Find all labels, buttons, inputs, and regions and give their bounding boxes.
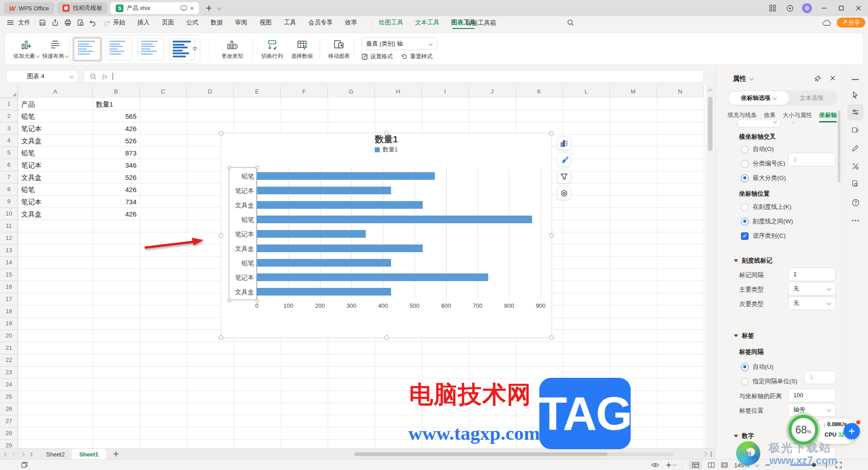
page-layout-view-button[interactable]: [708, 462, 715, 468]
column-header-I[interactable]: I: [422, 86, 469, 98]
menu-item-6[interactable]: 视图: [259, 19, 272, 27]
scrollbar-thumb[interactable]: [708, 97, 712, 151]
chart-resize-handle[interactable]: [384, 335, 389, 340]
number-section[interactable]: 数字: [734, 432, 754, 440]
cell-B10[interactable]: 426: [93, 208, 137, 220]
column-header-B[interactable]: B: [93, 86, 140, 98]
cell-B9[interactable]: 734: [93, 196, 137, 208]
minimize-button[interactable]: [816, 2, 832, 14]
chart-resize-handle[interactable]: [219, 233, 223, 238]
prev-sheet-icon[interactable]: [12, 452, 17, 456]
crossing-auto-option[interactable]: 自动(O): [741, 145, 774, 154]
chart-resize-handle[interactable]: [219, 131, 223, 136]
chart-elements-button[interactable]: [557, 136, 571, 150]
research-book-icon[interactable]: [847, 175, 863, 192]
scroll-up-icon[interactable]: [708, 89, 712, 94]
cell-A8[interactable]: 铅笔: [21, 183, 35, 196]
tick-marks-section[interactable]: 刻度线标记: [734, 257, 773, 265]
redo-icon[interactable]: [103, 19, 110, 26]
menu-item-9[interactable]: 效率: [345, 19, 357, 27]
bar-文具盒-526[interactable]: [257, 244, 423, 252]
menu-item-3[interactable]: 公式: [186, 19, 198, 27]
horizontal-scrollbar-thumb[interactable]: [354, 452, 608, 456]
page-break-view-button[interactable]: [721, 462, 728, 468]
tab-list-chevron-icon[interactable]: [217, 5, 222, 10]
new-tab-button[interactable]: [205, 5, 212, 12]
normal-view-button[interactable]: [689, 461, 702, 470]
selection-mode-icon[interactable]: [665, 462, 676, 468]
column-header-D[interactable]: D: [187, 86, 234, 98]
bar-文具盒-426[interactable]: [257, 288, 391, 296]
text-options-tab[interactable]: 文本选项: [800, 94, 823, 102]
axis-box-handle[interactable]: [255, 299, 259, 302]
share-button[interactable]: 分享: [837, 18, 865, 28]
cell-A5[interactable]: 铅笔: [21, 147, 35, 159]
tab-fill-line[interactable]: 填充与线条: [727, 111, 757, 119]
move-chart-button[interactable]: 移动图表: [325, 36, 353, 63]
more-options-icon[interactable]: [847, 212, 863, 229]
monitor-icon[interactable]: [180, 5, 187, 11]
print-preview-icon[interactable]: [77, 19, 84, 26]
menu-item-2[interactable]: 页面: [162, 19, 174, 27]
menu-item-5[interactable]: 审阅: [235, 19, 247, 27]
macro-record-icon[interactable]: [21, 461, 28, 469]
close-button[interactable]: [851, 2, 866, 14]
scroll-right-icon[interactable]: [703, 452, 708, 456]
panel-scrollbar[interactable]: [838, 110, 840, 183]
search-icon[interactable]: [567, 19, 574, 26]
chart-resize-handle[interactable]: [549, 131, 554, 136]
panel-title-chevron-icon[interactable]: [750, 76, 754, 80]
tick-interval-input[interactable]: 1: [788, 268, 836, 281]
chart-resize-handle[interactable]: [384, 131, 389, 136]
cell-A7[interactable]: 文具盒: [21, 171, 42, 183]
help-icon[interactable]: [847, 194, 863, 211]
chart-filter-button[interactable]: [557, 169, 571, 183]
cell-A3[interactable]: 笔记本: [21, 122, 42, 135]
last-sheet-icon[interactable]: [28, 452, 33, 456]
column-header-A[interactable]: A: [18, 86, 93, 98]
label-position-select[interactable]: 轴旁: [788, 403, 836, 417]
gallery-more-icon[interactable]: [193, 47, 197, 52]
vertical-scrollbar[interactable]: [706, 86, 714, 448]
quick-layout-button[interactable]: 快速布局: [41, 36, 69, 63]
specify-interval-input[interactable]: 1: [804, 371, 836, 384]
tab-document[interactable]: S 产品.xlsx: [110, 2, 199, 14]
cell-B2[interactable]: 565: [93, 110, 137, 122]
crossing-category-option[interactable]: 分类编号(E): [741, 159, 785, 168]
tab-docer[interactable]: 找稻壳模板: [57, 2, 108, 14]
menu-smart-toolbox[interactable]: 智能工具箱: [466, 19, 496, 27]
name-box[interactable]: 图表 4: [6, 70, 78, 83]
bar-铅笔-873[interactable]: [257, 216, 532, 223]
column-header-M[interactable]: M: [610, 86, 657, 98]
formula-input[interactable]: fx: [84, 70, 704, 83]
chart-object[interactable]: 数量10100200300400500600700800900铅笔笔记本文具盒铅…: [221, 133, 552, 338]
chart-style-button[interactable]: [557, 153, 571, 167]
on-ticks-option[interactable]: 在刻度线上(K): [741, 202, 792, 212]
chart-legend[interactable]: 数量1: [221, 146, 552, 154]
column-header-F[interactable]: F: [281, 86, 328, 98]
cell-B6[interactable]: 346: [93, 159, 137, 171]
between-ticks-option[interactable]: 刻度线之间(W): [741, 217, 793, 226]
switch-rowcol-button[interactable]: 切换行列: [258, 36, 286, 63]
cell-A1[interactable]: 产品: [21, 98, 35, 110]
column-header-H[interactable]: H: [375, 86, 422, 98]
zoom-formula-icon[interactable]: [90, 73, 97, 80]
pin-icon[interactable]: [814, 75, 821, 82]
print-icon[interactable]: [64, 19, 71, 26]
zoom-out-icon[interactable]: [765, 462, 770, 468]
chart-style-thumb-1[interactable]: [104, 37, 134, 62]
cell-B8[interactable]: 426: [93, 183, 137, 196]
cell-A4[interactable]: 文具盒: [21, 135, 42, 147]
column-header-K[interactable]: K: [516, 86, 563, 98]
eye-icon[interactable]: [651, 462, 659, 468]
zoom-slider-handle[interactable]: [812, 463, 816, 467]
sheet-tab-Sheet1[interactable]: Sheet1: [72, 449, 106, 460]
tab-axis[interactable]: 坐标轴: [819, 111, 837, 119]
axis-box-handle[interactable]: [255, 166, 259, 169]
menu-item-1[interactable]: 插入: [137, 19, 150, 27]
menu-item-8[interactable]: 会员专享: [308, 19, 333, 27]
panel-close-icon[interactable]: [830, 75, 836, 81]
cell-A2[interactable]: 铅笔: [21, 110, 35, 122]
add-element-button[interactable]: 添加元素: [12, 36, 40, 63]
menu-item-0[interactable]: 开始: [113, 19, 125, 27]
